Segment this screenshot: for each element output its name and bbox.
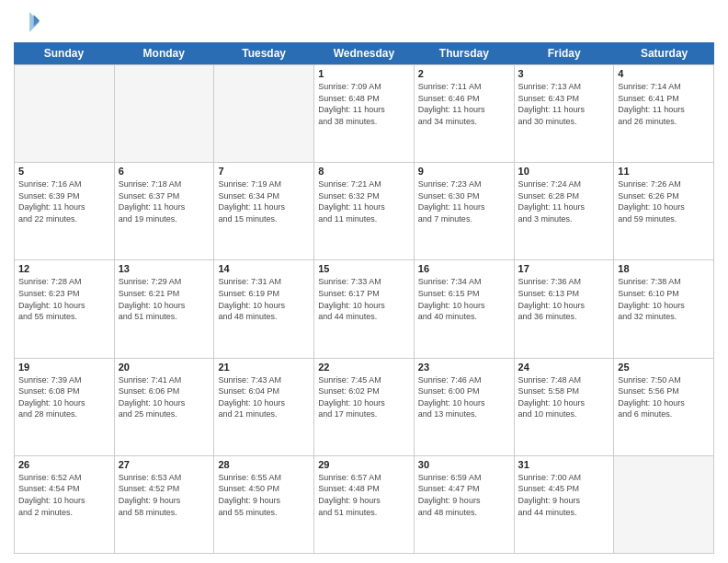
day-number: 15 <box>318 263 410 274</box>
day-number: 25 <box>618 362 710 373</box>
day-info: Sunrise: 7:43 AM Sunset: 6:04 PM Dayligh… <box>218 374 310 420</box>
cal-header-thursday: Thursday <box>414 42 514 64</box>
day-number: 17 <box>518 263 610 274</box>
day-info: Sunrise: 7:29 AM Sunset: 6:21 PM Dayligh… <box>119 276 210 322</box>
cal-cell-19: 19Sunrise: 7:39 AM Sunset: 6:08 PM Dayli… <box>15 359 115 456</box>
cal-header-tuesday: Tuesday <box>214 42 314 64</box>
day-number: 26 <box>18 459 110 470</box>
day-info: Sunrise: 6:53 AM Sunset: 4:52 PM Dayligh… <box>119 472 210 518</box>
svg-marker-1 <box>29 12 40 32</box>
day-info: Sunrise: 7:33 AM Sunset: 6:17 PM Dayligh… <box>318 276 410 322</box>
day-info: Sunrise: 7:21 AM Sunset: 6:32 PM Dayligh… <box>318 178 410 224</box>
day-info: Sunrise: 7:38 AM Sunset: 6:10 PM Dayligh… <box>618 276 710 322</box>
calendar-header-row: SundayMondayTuesdayWednesdayThursdayFrid… <box>14 42 714 64</box>
day-number: 14 <box>218 263 310 274</box>
day-info: Sunrise: 7:46 AM Sunset: 6:00 PM Dayligh… <box>418 374 510 420</box>
cal-header-friday: Friday <box>514 42 614 64</box>
day-number: 19 <box>18 362 110 373</box>
day-number: 7 <box>218 166 310 177</box>
day-number: 16 <box>418 263 510 274</box>
cal-cell-4: 4Sunrise: 7:14 AM Sunset: 6:41 PM Daylig… <box>614 65 714 163</box>
cal-cell-1: 1Sunrise: 7:09 AM Sunset: 6:48 PM Daylig… <box>314 65 415 163</box>
cal-cell-11: 11Sunrise: 7:26 AM Sunset: 6:26 PM Dayli… <box>614 163 714 260</box>
day-number: 9 <box>418 166 510 177</box>
cal-row-3: 19Sunrise: 7:39 AM Sunset: 6:08 PM Dayli… <box>15 359 714 456</box>
day-info: Sunrise: 7:18 AM Sunset: 6:37 PM Dayligh… <box>119 178 210 224</box>
day-info: Sunrise: 7:50 AM Sunset: 5:56 PM Dayligh… <box>618 374 710 420</box>
day-number: 5 <box>18 166 110 177</box>
cal-cell-23: 23Sunrise: 7:46 AM Sunset: 6:00 PM Dayli… <box>415 359 515 456</box>
calendar-body: 1Sunrise: 7:09 AM Sunset: 6:48 PM Daylig… <box>14 64 714 554</box>
logo-icon <box>14 9 40 35</box>
day-info: Sunrise: 7:45 AM Sunset: 6:02 PM Dayligh… <box>318 374 410 420</box>
day-info: Sunrise: 7:48 AM Sunset: 5:58 PM Dayligh… <box>518 374 610 420</box>
calendar: SundayMondayTuesdayWednesdayThursdayFrid… <box>14 42 714 554</box>
cal-cell-21: 21Sunrise: 7:43 AM Sunset: 6:04 PM Dayli… <box>214 359 314 456</box>
cal-row-1: 5Sunrise: 7:16 AM Sunset: 6:39 PM Daylig… <box>15 163 714 260</box>
day-number: 22 <box>318 362 410 373</box>
cal-cell-25: 25Sunrise: 7:50 AM Sunset: 5:56 PM Dayli… <box>614 359 714 456</box>
cal-cell-8: 8Sunrise: 7:21 AM Sunset: 6:32 PM Daylig… <box>314 163 415 260</box>
day-number: 21 <box>218 362 310 373</box>
page: SundayMondayTuesdayWednesdayThursdayFrid… <box>0 0 728 563</box>
day-number: 2 <box>418 68 510 79</box>
day-number: 8 <box>318 166 410 177</box>
day-info: Sunrise: 7:41 AM Sunset: 6:06 PM Dayligh… <box>119 374 210 420</box>
day-number: 30 <box>418 459 510 470</box>
cal-cell-16: 16Sunrise: 7:34 AM Sunset: 6:15 PM Dayli… <box>415 260 515 358</box>
cal-cell-9: 9Sunrise: 7:23 AM Sunset: 6:30 PM Daylig… <box>415 163 515 260</box>
day-info: Sunrise: 6:57 AM Sunset: 4:48 PM Dayligh… <box>318 472 410 518</box>
day-info: Sunrise: 7:19 AM Sunset: 6:34 PM Dayligh… <box>218 178 310 224</box>
cal-row-2: 12Sunrise: 7:28 AM Sunset: 6:23 PM Dayli… <box>15 260 714 358</box>
day-info: Sunrise: 6:55 AM Sunset: 4:50 PM Dayligh… <box>218 472 310 518</box>
day-number: 31 <box>518 459 610 470</box>
day-info: Sunrise: 6:59 AM Sunset: 4:47 PM Dayligh… <box>418 472 510 518</box>
day-number: 23 <box>418 362 510 373</box>
day-number: 10 <box>518 166 610 177</box>
cal-cell-15: 15Sunrise: 7:33 AM Sunset: 6:17 PM Dayli… <box>314 260 415 358</box>
cal-cell-17: 17Sunrise: 7:36 AM Sunset: 6:13 PM Dayli… <box>515 260 615 358</box>
cal-cell-5: 5Sunrise: 7:16 AM Sunset: 6:39 PM Daylig… <box>15 163 115 260</box>
day-number: 27 <box>119 459 210 470</box>
cal-cell-12: 12Sunrise: 7:28 AM Sunset: 6:23 PM Dayli… <box>15 260 115 358</box>
cal-cell-27: 27Sunrise: 6:53 AM Sunset: 4:52 PM Dayli… <box>115 456 215 554</box>
day-number: 4 <box>618 68 710 79</box>
day-info: Sunrise: 7:00 AM Sunset: 4:45 PM Dayligh… <box>518 472 610 518</box>
cal-cell-empty-0-2 <box>214 65 314 163</box>
day-number: 28 <box>218 459 310 470</box>
cal-cell-22: 22Sunrise: 7:45 AM Sunset: 6:02 PM Dayli… <box>314 359 415 456</box>
cal-cell-7: 7Sunrise: 7:19 AM Sunset: 6:34 PM Daylig… <box>214 163 314 260</box>
logo <box>14 9 43 35</box>
cal-cell-20: 20Sunrise: 7:41 AM Sunset: 6:06 PM Dayli… <box>115 359 215 456</box>
cal-cell-13: 13Sunrise: 7:29 AM Sunset: 6:21 PM Dayli… <box>115 260 215 358</box>
cal-cell-29: 29Sunrise: 6:57 AM Sunset: 4:48 PM Dayli… <box>314 456 415 554</box>
day-number: 24 <box>518 362 610 373</box>
day-number: 29 <box>318 459 410 470</box>
cal-row-0: 1Sunrise: 7:09 AM Sunset: 6:48 PM Daylig… <box>15 65 714 163</box>
day-info: Sunrise: 7:34 AM Sunset: 6:15 PM Dayligh… <box>418 276 510 322</box>
cal-header-saturday: Saturday <box>614 42 714 64</box>
day-number: 13 <box>119 263 210 274</box>
day-info: Sunrise: 7:13 AM Sunset: 6:43 PM Dayligh… <box>518 81 610 127</box>
day-info: Sunrise: 7:14 AM Sunset: 6:41 PM Dayligh… <box>618 81 710 127</box>
cal-cell-empty-0-0 <box>15 65 115 163</box>
day-number: 3 <box>518 68 610 79</box>
day-info: Sunrise: 7:28 AM Sunset: 6:23 PM Dayligh… <box>18 276 110 322</box>
day-info: Sunrise: 7:31 AM Sunset: 6:19 PM Dayligh… <box>218 276 310 322</box>
day-info: Sunrise: 7:09 AM Sunset: 6:48 PM Dayligh… <box>318 81 410 127</box>
cal-cell-26: 26Sunrise: 6:52 AM Sunset: 4:54 PM Dayli… <box>15 456 115 554</box>
day-info: Sunrise: 7:26 AM Sunset: 6:26 PM Dayligh… <box>618 178 710 224</box>
day-info: Sunrise: 6:52 AM Sunset: 4:54 PM Dayligh… <box>18 472 110 518</box>
cal-row-4: 26Sunrise: 6:52 AM Sunset: 4:54 PM Dayli… <box>15 456 714 554</box>
cal-cell-14: 14Sunrise: 7:31 AM Sunset: 6:19 PM Dayli… <box>214 260 314 358</box>
day-number: 20 <box>119 362 210 373</box>
cal-cell-28: 28Sunrise: 6:55 AM Sunset: 4:50 PM Dayli… <box>214 456 314 554</box>
day-number: 11 <box>618 166 710 177</box>
cal-cell-empty-0-1 <box>115 65 215 163</box>
cal-cell-3: 3Sunrise: 7:13 AM Sunset: 6:43 PM Daylig… <box>515 65 615 163</box>
day-info: Sunrise: 7:23 AM Sunset: 6:30 PM Dayligh… <box>418 178 510 224</box>
cal-cell-30: 30Sunrise: 6:59 AM Sunset: 4:47 PM Dayli… <box>415 456 515 554</box>
cal-cell-2: 2Sunrise: 7:11 AM Sunset: 6:46 PM Daylig… <box>415 65 515 163</box>
cal-header-monday: Monday <box>114 42 214 64</box>
cal-header-wednesday: Wednesday <box>314 42 415 64</box>
